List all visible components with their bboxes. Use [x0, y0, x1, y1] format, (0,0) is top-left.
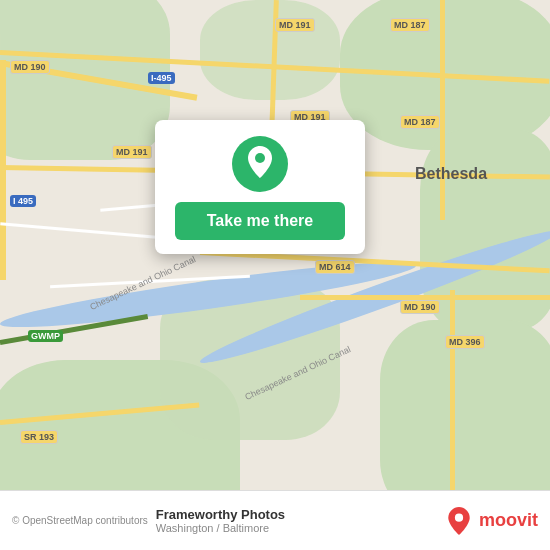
label-md614: MD 614 — [315, 260, 355, 274]
svg-point-3 — [455, 513, 463, 521]
location-pin-icon — [246, 146, 274, 182]
pin-circle — [232, 136, 288, 192]
moovit-label: moovit — [479, 510, 538, 531]
label-md190-bot: MD 190 — [400, 300, 440, 314]
place-location: Washington / Baltimore — [156, 522, 437, 534]
label-gwmp: GWMP — [28, 330, 63, 342]
city-bethesda: Bethesda — [415, 165, 487, 183]
label-i495-top: I-495 — [148, 72, 175, 84]
svg-point-2 — [255, 153, 265, 163]
osm-attribution: © OpenStreetMap contributors — [12, 515, 148, 526]
map-area: MD 191 MD 187 MD 190 I-495 MD 191 MD 187… — [0, 0, 550, 490]
take-me-there-button[interactable]: Take me there — [175, 202, 345, 240]
bottom-bar: © OpenStreetMap contributors Frameworthy… — [0, 490, 550, 550]
road-md187-vert — [440, 0, 445, 220]
label-i495-left: I 495 — [10, 195, 36, 207]
label-sr193: SR 193 — [20, 430, 58, 444]
label-md187-mid: MD 187 — [400, 115, 440, 129]
label-md396: MD 396 — [445, 335, 485, 349]
location-popup: Take me there — [155, 120, 365, 254]
label-md187-top: MD 187 — [390, 18, 430, 32]
label-md191-2: MD 191 — [112, 145, 152, 159]
place-info: Frameworthy Photos Washington / Baltimor… — [156, 507, 437, 534]
moovit-pin-icon — [445, 507, 473, 535]
label-md191-top: MD 191 — [275, 18, 315, 32]
road-md396 — [450, 290, 455, 490]
label-md190-left: MD 190 — [10, 60, 50, 74]
place-name: Frameworthy Photos — [156, 507, 437, 522]
moovit-logo-area: moovit — [445, 507, 538, 535]
